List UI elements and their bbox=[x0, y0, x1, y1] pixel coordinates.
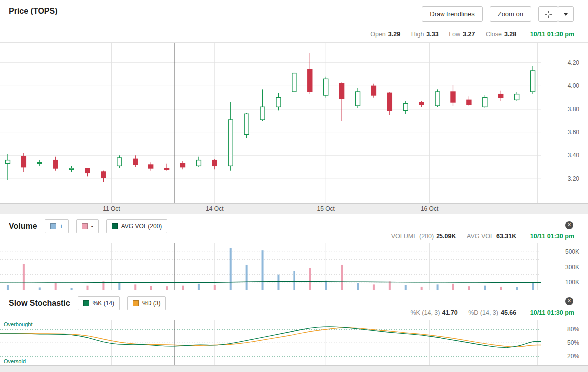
y-tick-label: 3.40 bbox=[568, 152, 580, 159]
y-tick-label: 50% bbox=[567, 339, 579, 346]
stochastic-chart-svg: 20%50%80% bbox=[0, 320, 588, 365]
low-value: 3.27 bbox=[463, 31, 475, 38]
volume-bar bbox=[198, 284, 200, 290]
crosshair-tool-button[interactable] bbox=[538, 6, 558, 22]
candle-body bbox=[356, 92, 360, 106]
candle-body bbox=[387, 93, 392, 110]
candle-body bbox=[37, 162, 42, 163]
avg-vol-chip bbox=[112, 223, 118, 229]
stochastic-chart[interactable]: Overbought Oversold 20%50%80% bbox=[0, 320, 588, 365]
candle-body bbox=[467, 100, 471, 104]
k-line-path bbox=[0, 327, 541, 347]
x-axis-label: 16 Oct bbox=[421, 205, 438, 212]
price-chart[interactable]: 3.203.403.603.804.004.20 bbox=[0, 42, 588, 203]
candle-body bbox=[483, 98, 487, 107]
volume-bar bbox=[134, 284, 136, 290]
candle-body bbox=[5, 160, 10, 164]
volume-bar bbox=[389, 281, 391, 290]
candle-body bbox=[308, 70, 312, 92]
candle-body bbox=[340, 84, 344, 99]
volume-bar bbox=[484, 286, 486, 290]
candle-body bbox=[292, 73, 296, 92]
k-stat-label: %K (14, 3) bbox=[410, 309, 440, 316]
candle-body bbox=[403, 103, 408, 110]
volume-bar bbox=[182, 286, 184, 290]
zoom-on-button[interactable]: Zoom on bbox=[490, 6, 531, 22]
candle-body bbox=[117, 158, 122, 166]
high-label: High bbox=[411, 31, 424, 38]
volume-bar bbox=[166, 286, 168, 290]
volume-down-legend[interactable]: - bbox=[76, 219, 99, 233]
candle-body bbox=[515, 94, 519, 100]
low-label: Low bbox=[449, 31, 460, 38]
volume-bar bbox=[357, 283, 359, 290]
d-line-path bbox=[0, 328, 541, 347]
avg-vol-legend[interactable]: AVG VOL (200) bbox=[106, 219, 168, 233]
volume-chart[interactable]: 100K300K500K bbox=[0, 243, 588, 290]
price-timestamp: 10/11 01:30 pm bbox=[530, 31, 574, 38]
volume-bar bbox=[118, 283, 120, 290]
avg-vol-stat-value: 63.31K bbox=[496, 233, 516, 240]
candle-body bbox=[196, 160, 201, 166]
y-tick-label: 3.20 bbox=[568, 175, 580, 182]
candle-body bbox=[228, 120, 233, 166]
price-panel-header: Price (TOPS) Draw trendlines Zoom on Ope… bbox=[0, 0, 588, 42]
close-value: 3.28 bbox=[504, 31, 516, 38]
candle-body bbox=[21, 157, 26, 167]
candle-body bbox=[419, 102, 424, 105]
volume-bar bbox=[23, 264, 25, 290]
close-label: Close bbox=[486, 31, 502, 38]
candle-body bbox=[149, 165, 153, 168]
price-panel-title: Price (TOPS) bbox=[9, 7, 58, 16]
draw-trendlines-button[interactable]: Draw trendlines bbox=[422, 6, 482, 22]
avg-vol-label: AVG VOL (200) bbox=[121, 223, 162, 230]
volume-bar bbox=[437, 284, 439, 290]
high-value: 3.33 bbox=[426, 31, 438, 38]
volume-bar bbox=[532, 283, 534, 290]
avg-vol-stat-label: AVG VOL bbox=[467, 233, 494, 240]
crosshair-icon bbox=[544, 10, 552, 18]
stock-chart-app: Price (TOPS) Draw trendlines Zoom on Ope… bbox=[0, 0, 588, 372]
d-line-legend[interactable]: %D (3) bbox=[127, 296, 166, 310]
volume-bar bbox=[55, 283, 57, 290]
avg-volume-line bbox=[0, 282, 541, 283]
k-line-label: %K (14) bbox=[93, 300, 114, 307]
open-label: Open bbox=[370, 31, 386, 38]
volume-bar bbox=[468, 286, 470, 290]
y-tick-label: 20% bbox=[567, 353, 579, 360]
volume-stats-row: VOLUME (200)25.09K AVG VOL63.31K 10/11 0… bbox=[382, 233, 574, 240]
volume-bar bbox=[452, 284, 454, 290]
volume-bar bbox=[230, 248, 232, 290]
stochastic-panel-header: Slow Stochastic %K (14) %D (3) %K (14, 3… bbox=[0, 290, 588, 320]
k-line-chip bbox=[83, 300, 89, 306]
volume-bar bbox=[150, 286, 152, 290]
y-tick-label: 500K bbox=[565, 248, 579, 255]
open-value: 3.29 bbox=[388, 31, 400, 38]
candle-body bbox=[101, 172, 106, 178]
crosshair-line bbox=[175, 204, 175, 214]
volume-up-legend[interactable]: + bbox=[45, 219, 69, 233]
volume-up-label: + bbox=[60, 223, 63, 230]
close-stochastic-button[interactable]: × bbox=[565, 297, 573, 305]
d-line-label: %D (3) bbox=[142, 300, 160, 307]
volume-panel-title: Volume bbox=[9, 222, 37, 231]
volume-bar bbox=[277, 275, 279, 290]
ohlc-row: Open3.29 High3.33 Low3.27 Close3.28 10/1… bbox=[361, 31, 574, 38]
volume-bar bbox=[373, 284, 375, 290]
x-axis-label: 14 Oct bbox=[206, 205, 223, 212]
y-tick-label: 100K bbox=[565, 279, 579, 286]
x-axis-date-band: 11 Oct14 Oct15 Oct16 Oct bbox=[0, 203, 588, 214]
toolbar: Draw trendlines Zoom on bbox=[422, 6, 574, 22]
candle-body bbox=[212, 160, 217, 166]
d-stat-label: %D (14, 3) bbox=[468, 309, 498, 316]
k-line-legend[interactable]: %K (14) bbox=[78, 296, 120, 310]
candle-body bbox=[165, 168, 169, 169]
close-volume-button[interactable]: × bbox=[565, 221, 573, 229]
y-tick-label: 4.20 bbox=[568, 59, 580, 66]
volume-bar bbox=[87, 286, 89, 290]
candle-body bbox=[180, 164, 185, 167]
volume-bar bbox=[293, 271, 295, 290]
candle-body bbox=[451, 92, 455, 102]
crosshair-dropdown-button[interactable] bbox=[558, 6, 574, 22]
x-axis-label: 11 Oct bbox=[103, 205, 120, 212]
